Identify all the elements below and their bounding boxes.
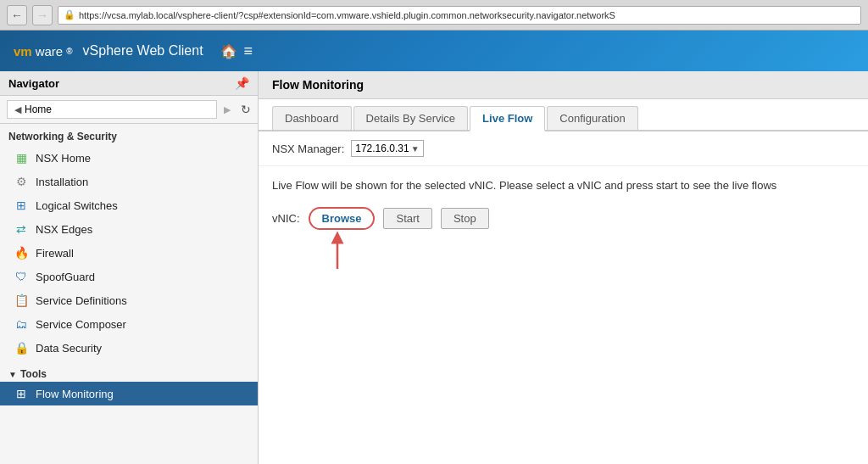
vnic-label: vNIC: [272,212,300,225]
vmware-header: vmware® vSphere Web Client 🏠 ≡ [0,31,868,71]
sidebar-item-data-security[interactable]: 🔒 Data Security [0,336,258,360]
sidebar-item-installation[interactable]: ⚙ Installation [0,170,258,193]
url-text: https://vcsa.mylab.local/vsphere-client/… [79,10,615,20]
nsx-edges-label: NSX Edges [36,223,92,236]
stop-button[interactable]: Stop [441,208,489,229]
nsx-manager-value: 172.16.0.31 [355,143,409,154]
service-composer-icon: 🗂 [14,316,29,332]
ware-text: ware [36,44,64,59]
vmware-logo: vmware® [14,44,73,59]
home-bar: ◀ Home ▶ ↻ [0,96,258,124]
spoofguard-icon: 🛡 [14,269,29,284]
nsx-home-label: NSX Home [36,152,91,165]
content-header: Flow Monitoring [259,71,868,99]
logical-switches-label: Logical Switches [36,199,118,212]
sidebar-item-nsx-home[interactable]: ▦ NSX Home [0,146,258,170]
nsx-manager-label: NSX Manager: [272,143,344,155]
tools-label: ▼ Tools [0,363,258,382]
start-button[interactable]: Start [383,208,431,229]
chevron-left-icon: ◀ [14,104,21,115]
content-title: Flow Monitoring [272,78,364,92]
tools-arrow-icon: ▼ [8,370,17,379]
flow-monitoring-label: Flow Monitoring [36,388,114,400]
data-security-label: Data Security [36,342,102,355]
flow-monitoring-icon: ⊞ [14,386,29,401]
pin-icon[interactable]: 📌 [235,76,249,90]
logical-switches-icon: ⊞ [14,198,29,213]
installation-icon: ⚙ [14,174,29,189]
browse-button[interactable]: Browse [309,207,376,230]
refresh-icon[interactable]: ↻ [241,103,251,116]
tab-configuration[interactable]: Configuration [547,106,637,130]
sidebar-item-firewall[interactable]: 🔥 Firewall [0,241,258,265]
tools-section: ▼ Tools ⊞ Flow Monitoring [0,360,258,405]
installation-label: Installation [36,176,88,188]
annotation-arrow-svg [316,231,359,273]
tab-dashboard[interactable]: Dashboard [272,106,352,130]
home-button[interactable]: ◀ Home [7,100,217,119]
service-definitions-icon: 📋 [14,293,29,308]
navigator-header: Navigator 📌 [0,71,258,96]
main-layout: Navigator 📌 ◀ Home ▶ ↻ Networking & Secu… [0,71,868,464]
home-label: Home [25,103,52,115]
service-definitions-label: Service Definitions [36,294,127,307]
navigator-title: Navigator [8,77,59,90]
spoofguard-label: SpoofGuard [36,271,95,283]
vm-text: vm [14,44,32,59]
tab-details-by-service[interactable]: Details By Service [353,106,468,130]
vsphere-title: vSphere Web Client [83,43,203,59]
networking-security-label: Networking & Security [0,124,258,146]
navigator-sidebar: Navigator 📌 ◀ Home ▶ ↻ Networking & Secu… [0,71,259,464]
content-area: Flow Monitoring Dashboard Details By Ser… [259,71,868,464]
arrow-annotation [316,231,359,276]
dropdown-arrow-icon: ▼ [411,144,420,154]
sidebar-item-nsx-edges[interactable]: ⇄ NSX Edges [0,217,258,241]
header-icons: 🏠 ≡ [220,42,253,60]
sidebar-item-logical-switches[interactable]: ⊞ Logical Switches [0,193,258,217]
forward-button[interactable]: → [32,5,53,25]
sidebar-item-service-composer[interactable]: 🗂 Service Composer [0,312,258,336]
vnic-row: vNIC: Browse Start Stop [272,207,854,230]
home-icon[interactable]: 🏠 [220,43,237,59]
tabs-bar: Dashboard Details By Service Live Flow C… [259,99,868,131]
tab-live-flow[interactable]: Live Flow [470,106,545,131]
nsx-manager-bar: NSX Manager: 172.16.0.31 ▼ [259,131,868,166]
nsx-edges-icon: ⇄ [14,221,29,237]
nsx-manager-dropdown[interactable]: 172.16.0.31 ▼ [351,140,423,157]
back-button[interactable]: ← [7,5,27,25]
firewall-icon: 🔥 [14,245,29,260]
address-bar[interactable]: 🔒 https://vcsa.mylab.local/vsphere-clien… [58,6,861,25]
sidebar-item-flow-monitoring[interactable]: ⊞ Flow Monitoring [0,382,258,405]
tools-title: Tools [20,368,47,380]
lock-icon: 🔒 [64,9,75,20]
data-security-icon: 🔒 [14,340,29,355]
firewall-label: Firewall [36,247,74,260]
live-flow-content: Live Flow will be shown for the selected… [259,166,868,242]
browser-chrome: ← → 🔒 https://vcsa.mylab.local/vsphere-c… [0,0,868,31]
chevron-right-icon: ▶ [224,104,231,115]
live-flow-description: Live Flow will be shown for the selected… [272,178,854,193]
nsx-home-icon: ▦ [14,150,29,165]
sidebar-item-spoofguard[interactable]: 🛡 SpoofGuard [0,265,258,288]
menu-icon[interactable]: ≡ [244,42,253,60]
sidebar-item-service-definitions[interactable]: 📋 Service Definitions [0,288,258,312]
service-composer-label: Service Composer [36,318,126,331]
